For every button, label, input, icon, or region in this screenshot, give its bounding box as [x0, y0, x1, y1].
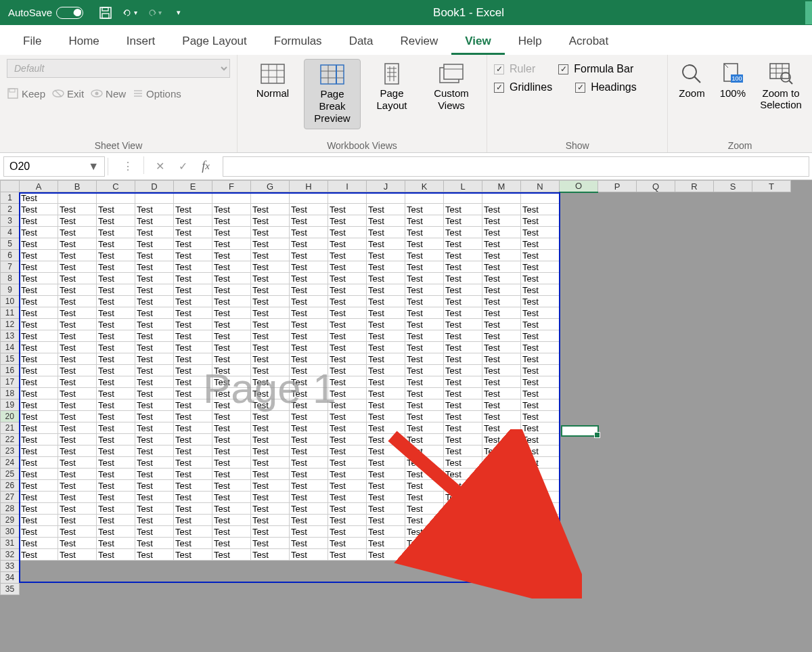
cell[interactable]: Test [328, 434, 367, 445]
cell[interactable]: Test [174, 238, 212, 250]
cell[interactable] [482, 561, 521, 572]
cell[interactable]: Test [367, 330, 405, 342]
cell[interactable]: Test [58, 515, 97, 526]
cell[interactable] [714, 584, 752, 595]
cell[interactable]: Test [20, 434, 58, 445]
cell[interactable]: Test [58, 238, 97, 250]
cell[interactable]: Test [174, 388, 212, 399]
cell[interactable]: Test [251, 307, 290, 319]
cell[interactable] [290, 572, 328, 584]
cell[interactable]: Test [212, 469, 251, 480]
cell[interactable]: Test [97, 376, 135, 388]
cell[interactable]: Test [367, 261, 405, 273]
cell[interactable]: Test [135, 503, 174, 515]
cell[interactable]: Test [212, 526, 251, 538]
cell[interactable] [675, 492, 714, 503]
row-header-11[interactable]: 11 [1, 307, 20, 319]
cell[interactable]: Test [251, 284, 290, 296]
row-header-23[interactable]: 23 [1, 445, 20, 457]
cell[interactable]: Test [58, 307, 97, 319]
cell[interactable] [714, 480, 752, 492]
cell[interactable]: Test [328, 549, 367, 561]
custom-views-button[interactable]: Custom Views [423, 59, 480, 129]
cell[interactable]: Test [367, 250, 405, 261]
cell[interactable] [405, 572, 444, 584]
cell[interactable]: Test [482, 457, 521, 469]
cell[interactable] [714, 434, 752, 445]
col-header-P[interactable]: P [598, 181, 637, 192]
cell[interactable]: Test [135, 204, 174, 215]
cell[interactable]: Test [97, 215, 135, 227]
zoom-button[interactable]: Zoom [675, 59, 708, 113]
cell[interactable]: Test [405, 469, 444, 480]
row-header-24[interactable]: 24 [1, 457, 20, 469]
cell[interactable]: Test [405, 296, 444, 307]
cell[interactable]: Test [367, 538, 405, 549]
col-header-H[interactable]: H [290, 181, 328, 192]
cell[interactable]: Test [251, 261, 290, 273]
cell[interactable] [560, 480, 598, 492]
page-layout-button[interactable]: Page Layout [363, 59, 420, 129]
cell[interactable] [58, 561, 97, 572]
cell[interactable] [675, 319, 714, 330]
cell[interactable] [560, 492, 598, 503]
cell[interactable] [637, 261, 675, 273]
cell[interactable] [714, 319, 752, 330]
cell[interactable] [714, 365, 752, 376]
row-header-3[interactable]: 3 [1, 215, 20, 227]
cell[interactable]: Test [290, 411, 328, 422]
cell[interactable] [444, 192, 482, 204]
cell[interactable] [637, 526, 675, 538]
cell[interactable] [637, 250, 675, 261]
col-header-C[interactable]: C [97, 181, 135, 192]
tab-formulas[interactable]: Formulas [261, 28, 336, 55]
cell[interactable]: Test [521, 250, 560, 261]
cell[interactable] [251, 192, 290, 204]
cell[interactable]: Test [174, 365, 212, 376]
col-header-L[interactable]: L [444, 181, 482, 192]
row-header-25[interactable]: 25 [1, 469, 20, 480]
tab-view[interactable]: View [451, 28, 504, 55]
cell[interactable] [598, 422, 637, 434]
cell[interactable] [637, 538, 675, 549]
cell[interactable]: Test [328, 422, 367, 434]
cell[interactable]: Test [444, 342, 482, 353]
cell[interactable]: Test [97, 549, 135, 561]
cell[interactable] [444, 561, 482, 572]
cell[interactable]: Test [290, 204, 328, 215]
tab-acrobat[interactable]: Acrobat [556, 28, 623, 55]
cell[interactable]: Test [290, 353, 328, 365]
cell[interactable]: Test [20, 227, 58, 238]
cell[interactable]: Test [328, 284, 367, 296]
zoom-100-button[interactable]: 100 100% [716, 59, 750, 113]
cell[interactable]: Test [174, 422, 212, 434]
cell[interactable]: Test [444, 480, 482, 492]
keep-button[interactable]: Keep [7, 87, 45, 100]
cell[interactable]: Test [521, 445, 560, 457]
cell[interactable]: Test [97, 445, 135, 457]
cell[interactable] [251, 572, 290, 584]
cell[interactable]: Test [405, 388, 444, 399]
cell[interactable] [598, 584, 637, 595]
cell[interactable]: Test [521, 492, 560, 503]
cell[interactable]: Test [251, 342, 290, 353]
cell[interactable]: Test [405, 238, 444, 250]
cell[interactable]: Test [444, 399, 482, 411]
cell[interactable] [174, 561, 212, 572]
cell[interactable] [598, 503, 637, 515]
cell[interactable]: Test [251, 399, 290, 411]
cell[interactable] [328, 584, 367, 595]
cell[interactable] [212, 561, 251, 572]
cell[interactable] [637, 215, 675, 227]
cell[interactable] [20, 561, 58, 572]
cell[interactable]: Test [367, 227, 405, 238]
cell[interactable]: Test [174, 469, 212, 480]
cell[interactable] [560, 215, 598, 227]
row-header-18[interactable]: 18 [1, 388, 20, 399]
cell[interactable]: Test [251, 538, 290, 549]
cell[interactable]: Test [290, 296, 328, 307]
cell[interactable] [637, 319, 675, 330]
cell[interactable] [598, 204, 637, 215]
cell[interactable]: Test [405, 434, 444, 445]
cell[interactable] [598, 434, 637, 445]
